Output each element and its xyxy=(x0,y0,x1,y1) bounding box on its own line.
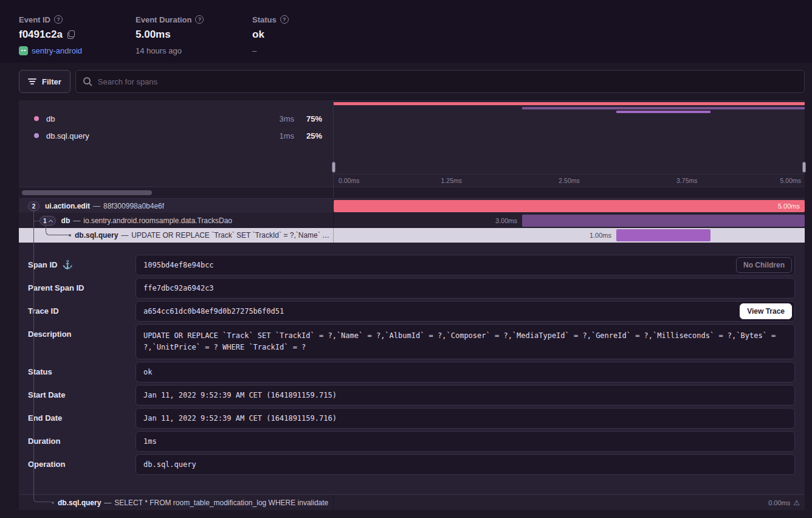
end-date-value-box: Jan 11, 2022 9:52:39 AM CET (1641891159.… xyxy=(136,408,795,429)
scrollbar-thumb[interactable] xyxy=(22,190,152,195)
viewport-handle-right[interactable] xyxy=(802,162,806,173)
help-icon[interactable]: ? xyxy=(195,15,204,24)
op-name: db xyxy=(46,114,55,123)
event-duration-value-row: 5.00ms xyxy=(136,28,252,41)
detail-label: Description xyxy=(28,324,136,359)
axis-tick: 2.50ms xyxy=(559,177,579,184)
span-row-db-sql-query-selected[interactable]: db.sql.query—UPDATE OR REPLACE `Track` S… xyxy=(19,228,805,243)
viewport-handle-left[interactable] xyxy=(332,162,335,173)
status-value: ok xyxy=(252,29,264,41)
span-row-ui-action-edit[interactable]: 2 ui.action.edit—88f300998a0b4e6f 5.00ms xyxy=(19,199,805,213)
horizontal-scrollbar[interactable] xyxy=(19,187,333,198)
span-row-db[interactable]: 1 db—io.sentry.android.roomsample.data.T… xyxy=(19,213,805,228)
minimap-bar-db-sql-query xyxy=(616,111,710,113)
span-row-db-sql-query-select[interactable]: db.sql.query—SELECT * FROM room_table_mo… xyxy=(19,494,805,510)
anchor-icon[interactable]: ⚓ xyxy=(62,260,72,269)
span-title: db.sql.query—UPDATE OR REPLACE `Track` S… xyxy=(75,231,333,240)
span-operation: db.sql.query xyxy=(58,499,101,507)
event-id-value: f0491c2a xyxy=(19,29,63,41)
status-value-box: ok xyxy=(136,362,795,382)
op-percent: 25% xyxy=(294,131,322,140)
span-description: io.sentry.android.roomsample.data.Tracks… xyxy=(83,216,232,225)
parent-span-id-value: ffe7dbc92a6942c3 xyxy=(143,284,214,292)
project-link[interactable]: sentry-android xyxy=(32,46,82,55)
detail-row-end-date: End Date Jan 11, 2022 9:52:39 AM CET (16… xyxy=(28,408,795,429)
start-date-value: Jan 11, 2022 9:52:39 AM CET (1641891159.… xyxy=(143,391,337,399)
op-duration: 1ms xyxy=(252,131,294,140)
detail-label: Duration xyxy=(28,431,136,452)
op-color-dot xyxy=(34,116,39,121)
detail-row-trace-id: Trace ID a654cc61dc0b48ef9d0b27275b6f0d5… xyxy=(28,301,795,322)
axis-tick: 1.25ms xyxy=(441,177,462,184)
help-icon[interactable]: ? xyxy=(280,15,289,24)
span-operation: db xyxy=(61,216,71,225)
span-duration-bar xyxy=(334,200,805,212)
tree-dot xyxy=(69,234,71,237)
view-trace-button[interactable]: View Trace xyxy=(740,303,792,319)
span-description: SELECT * FROM room_table_modification_lo… xyxy=(114,499,328,507)
scrollbar-strip xyxy=(19,187,805,199)
event-duration-label: Event Duration xyxy=(136,15,191,24)
detail-label: Status xyxy=(28,362,136,382)
span-operation: db.sql.query xyxy=(75,231,118,240)
search-icon xyxy=(83,77,92,86)
minimap-bar-db xyxy=(522,107,805,109)
span-duration-label: 1.00ms xyxy=(590,228,611,243)
span-title: db—io.sentry.android.roomsample.data.Tra… xyxy=(61,216,232,225)
span-tree-cell: db.sql.query—SELECT * FROM room_table_mo… xyxy=(19,495,333,510)
event-duration-value: 5.00ms xyxy=(136,29,171,41)
end-date-value: Jan 11, 2022 9:52:39 AM CET (1641891159.… xyxy=(143,414,337,423)
collapse-badge[interactable]: 1 xyxy=(40,216,56,226)
op-duration: 3ms xyxy=(252,114,294,123)
no-children-button[interactable]: No Children xyxy=(736,257,792,273)
scrollbar-strip-right xyxy=(333,187,805,198)
detail-label: End Date xyxy=(28,408,136,429)
trace-id-value: a654cc61dc0b48ef9d0b27275b6f0d51 xyxy=(143,307,284,316)
status-label-row: Status ? xyxy=(252,15,369,24)
help-icon[interactable]: ? xyxy=(54,15,63,24)
event-age: 14 hours ago xyxy=(136,46,252,55)
copy-icon[interactable] xyxy=(67,30,75,39)
trace-minimap[interactable]: 0.00ms 1.25ms 2.50ms 3.75ms 5.00ms xyxy=(333,100,805,187)
detail-row-operation: Operation db.sql.query xyxy=(28,454,795,475)
filter-button-label: Filter xyxy=(42,77,61,86)
android-platform-icon xyxy=(19,46,28,55)
span-id-value: 1095bd4ef8e94bcc xyxy=(143,261,214,269)
axis-tick: 3.75ms xyxy=(676,177,697,184)
trace-view-panel: db 3ms 75% db.sql.query 1ms 25% xyxy=(19,100,805,510)
op-color-dot xyxy=(34,133,39,138)
span-bar-track: 3.00ms xyxy=(333,213,805,228)
duration-value-box: 1ms xyxy=(136,431,795,452)
span-detail-panel: Span ID ⚓ 1095bd4ef8e94bcc No Children P… xyxy=(19,243,805,494)
description-value-box: UPDATE OR REPLACE `Track` SET `TrackId` … xyxy=(136,324,795,359)
event-id-label-row: Event ID ? xyxy=(19,15,136,24)
span-duration-label: 5.00ms xyxy=(778,199,800,213)
filter-button[interactable]: Filter xyxy=(19,70,71,93)
event-id-value-row: f0491c2a xyxy=(19,28,136,41)
chevron-up-icon xyxy=(49,219,53,224)
children-count: 1 xyxy=(43,218,47,224)
detail-label: Trace ID xyxy=(28,301,136,322)
time-axis: 0.00ms 1.25ms 2.50ms 3.75ms 5.00ms xyxy=(334,174,805,186)
children-count-badge[interactable]: 2 xyxy=(28,201,40,211)
sentry-event-trace-page: Event ID ? f0491c2a sentry-android Event… xyxy=(0,0,812,518)
detail-row-duration: Duration 1ms xyxy=(28,431,795,452)
minimap-chart[interactable] xyxy=(334,100,805,174)
op-percent: 75% xyxy=(294,114,322,123)
detail-label: Operation xyxy=(28,454,136,475)
search-input[interactable] xyxy=(98,77,797,86)
detail-row-parent-span-id: Parent Span ID ffe7dbc92a6942c3 xyxy=(28,278,795,299)
detail-label: Span ID ⚓ xyxy=(28,255,136,275)
event-id-label: Event ID xyxy=(19,15,50,24)
search-box[interactable] xyxy=(75,70,805,93)
span-duration-bar xyxy=(616,229,710,241)
status-detail-value: ok xyxy=(143,368,152,376)
operation-value-box: db.sql.query xyxy=(136,454,795,475)
status-sub: – xyxy=(252,46,369,55)
span-bar-track: 5.00ms xyxy=(333,199,805,213)
event-id-column: Event ID ? f0491c2a sentry-android xyxy=(19,15,136,55)
op-name: db.sql.query xyxy=(46,131,89,140)
legend-item-db-sql-query: db.sql.query 1ms 25% xyxy=(19,127,333,144)
project-row: sentry-android xyxy=(19,46,136,55)
detail-label: Parent Span ID xyxy=(28,278,136,299)
